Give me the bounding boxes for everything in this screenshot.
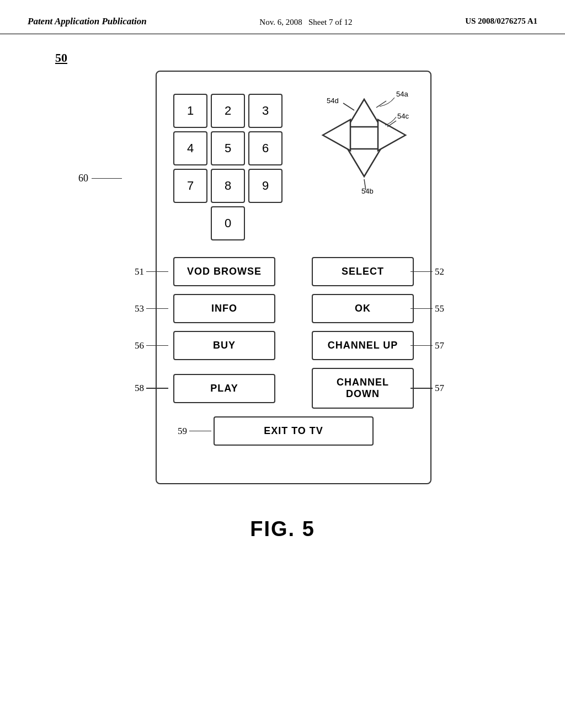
figure-caption: FIG. 5 (33, 517, 532, 541)
dpad-section: 54a 54c 54d 54b (326, 97, 414, 188)
btn-row-3: 56 BUY CHANNEL UP 57 (173, 331, 414, 360)
remote-control-box: 1 2 3 4 5 6 7 8 9 0 (156, 71, 431, 484)
patent-number: US 2008/0276275 A1 (465, 15, 537, 26)
key-5[interactable]: 5 (211, 131, 245, 165)
diagram-container: 60 1 2 3 4 5 6 7 8 9 (111, 71, 454, 484)
buy-button[interactable]: BUY (173, 331, 275, 360)
label-58: 58 (135, 383, 168, 394)
key-1[interactable]: 1 (173, 94, 207, 128)
key-0[interactable]: 0 (211, 206, 245, 240)
info-button[interactable]: INFO (173, 294, 275, 323)
label-55: 55 (411, 303, 444, 314)
label-line-57b (411, 388, 433, 389)
page-header: Patent Application Publication Nov. 6, 2… (0, 0, 565, 34)
label-54d-line (343, 103, 354, 110)
label-51: 51 (135, 266, 168, 277)
label-57a: 57 (411, 340, 444, 351)
label-54c-text: 54c (397, 112, 409, 120)
numpad-dpad-area: 1 2 3 4 5 6 7 8 9 0 (173, 88, 414, 240)
btn-row-1: 51 VOD BROWSE SELECT 52 (173, 257, 414, 286)
btn-row-4: 58 PLAY CHANNEL DOWN 57 (173, 368, 414, 409)
select-button[interactable]: SELECT (312, 257, 414, 286)
label-57b: 57 (411, 383, 444, 394)
label-line-52 (411, 271, 433, 272)
label-line-58 (146, 388, 168, 389)
dpad-svg: 54a 54c 54d 54b (315, 85, 425, 196)
label-line-57a (411, 345, 433, 346)
label-line-53 (146, 308, 168, 309)
key-6[interactable]: 6 (248, 131, 282, 165)
label-56: 56 (135, 340, 168, 351)
label-line-56 (146, 345, 168, 346)
publication-title: Patent Application Publication (28, 15, 147, 28)
label-60: 60 (78, 173, 122, 184)
exit-to-tv-button[interactable]: EXIT TO TV (214, 416, 374, 446)
label-line-59 (189, 431, 211, 432)
label-52: 52 (411, 266, 444, 277)
dpad-left-triangle[interactable] (323, 120, 350, 151)
label-line-55 (411, 308, 433, 309)
label-54d-text: 54d (327, 97, 339, 105)
label-54a-text: 54a (396, 90, 408, 98)
exit-row: 59 EXIT TO TV (173, 416, 414, 446)
key-3[interactable]: 3 (248, 94, 282, 128)
vod-browse-button[interactable]: VOD BROWSE (173, 257, 275, 286)
key-7[interactable]: 7 (173, 169, 207, 203)
main-content: 50 60 1 2 3 4 5 6 7 8 (0, 34, 565, 558)
key-8[interactable]: 8 (211, 169, 245, 203)
sheet-info: Sheet 7 of 12 (308, 18, 353, 26)
arrow-line-60 (92, 178, 122, 179)
header-center: Nov. 6, 2008 Sheet 7 of 12 (259, 15, 352, 28)
label-54b-text: 54b (361, 187, 374, 195)
channel-down-button[interactable]: CHANNEL DOWN (312, 368, 414, 409)
numpad-zero-row: 0 (173, 206, 282, 240)
label-59: 59 (178, 426, 211, 437)
numpad-section: 1 2 3 4 5 6 7 8 9 0 (173, 88, 282, 240)
channel-up-button[interactable]: CHANNEL UP (312, 331, 414, 360)
figure-main-label: 50 (33, 51, 532, 65)
buttons-section: 51 VOD BROWSE SELECT 52 53 INFO OK (173, 257, 414, 446)
label-54a-line (376, 101, 386, 108)
ok-button[interactable]: OK (312, 294, 414, 323)
brace-54a (380, 98, 395, 106)
dpad-down-triangle[interactable] (348, 149, 381, 176)
play-button[interactable]: PLAY (173, 374, 275, 403)
key-9[interactable]: 9 (248, 169, 282, 203)
label-53: 53 (135, 303, 168, 314)
key-4[interactable]: 4 (173, 131, 207, 165)
numpad-grid: 1 2 3 4 5 6 7 8 9 (173, 94, 282, 203)
key-2[interactable]: 2 (211, 94, 245, 128)
publication-date: Nov. 6, 2008 (259, 18, 302, 26)
btn-row-2: 53 INFO OK 55 (173, 294, 414, 323)
label-line-51 (146, 271, 168, 272)
dpad-up-triangle[interactable] (348, 99, 381, 127)
